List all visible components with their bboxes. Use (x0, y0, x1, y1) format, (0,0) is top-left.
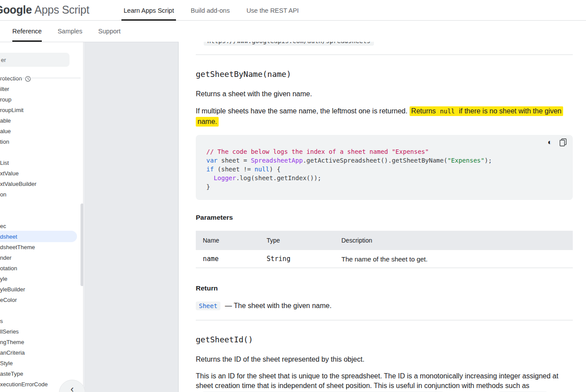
copy-code-icon[interactable] (560, 138, 567, 146)
header-tab-learn-apps-script[interactable]: Learn Apps Script (115, 0, 182, 21)
sidebar-item-label: nder (0, 254, 11, 261)
sidebar-item-label: yle (0, 276, 7, 282)
sidebar-item-yle[interactable]: yle (0, 273, 81, 284)
sidebar-divider (0, 78, 81, 78)
sidebar-item-llseries[interactable]: llSeries (0, 326, 81, 337)
copy-glyph (560, 138, 567, 146)
sidebar-item-label: dsheet (0, 233, 17, 240)
sidebar-item-label: tion (0, 138, 9, 145)
sheet-type-link[interactable]: Sheet (196, 301, 220, 310)
sidebar-item-dsheet[interactable]: dsheet (0, 231, 81, 242)
method2-description: Returns the ID of the sheet represented … (196, 355, 573, 364)
main-content: • https://www.googleapis.com/auth/spread… (179, 42, 586, 392)
table-row: nameStringThe name of the sheet to get. (196, 250, 573, 268)
code-line: } (206, 182, 562, 191)
section-divider (196, 54, 573, 55)
sidebar-item-label: on (0, 191, 6, 198)
code-line: Logger.log(sheet.getIndex()); (206, 174, 562, 182)
sidebar-item-label: Style (0, 360, 13, 367)
logo-brand: Google (0, 4, 32, 16)
oauth-scope-list-item: • https://www.googleapis.com/auth/spread… (196, 42, 573, 46)
sidebar-item-label: asteType (0, 370, 23, 377)
sidebar-item-label: anCriteria (0, 349, 25, 356)
header-tab-build-add-ons[interactable]: Build add-ons (182, 0, 238, 21)
sidebar-item-label: yleBuilder (0, 286, 25, 293)
method-heading-getsheetid: getSheetId() (196, 334, 573, 345)
sidebar-item-clipped (0, 147, 81, 157)
subnav-tab-support[interactable]: Support (98, 21, 121, 42)
header-tab-use-the-rest-api[interactable]: Use the REST API (238, 0, 307, 21)
secondary-nav: ReferenceSamplesSupport (0, 21, 586, 42)
deprecated-clock-icon (25, 76, 31, 82)
code-line: // The code below logs the index of a sh… (206, 147, 562, 156)
code-line: var sheet = SpreadsheetApp.getActiveSpre… (206, 156, 562, 165)
sidebar-item-roup[interactable]: roup (0, 94, 81, 105)
sidebar-item-list[interactable]: List (0, 157, 81, 168)
sidebar-item-label: otation (0, 265, 17, 272)
method-description: Returns a sheet with the given name. (196, 89, 573, 99)
logo-product: Apps Script (34, 4, 89, 16)
sidebar-item-label: alue (0, 128, 11, 134)
sidebar-item-astetype[interactable]: asteType (0, 368, 81, 379)
sidebar-item-xtvalue[interactable]: xtValue (0, 168, 81, 178)
header-tabs: Learn Apps ScriptBuild add-onsUse the RE… (115, 0, 307, 21)
subnav-tab-samples[interactable]: Samples (58, 21, 82, 42)
sidebar-item-ngtheme[interactable]: ngTheme (0, 337, 81, 347)
sidebar-item-label: xtValueBuilder (0, 181, 37, 187)
highlighted-text: Returns (411, 107, 438, 115)
column-header-name: Name (196, 231, 260, 250)
sidebar-item-label: xtValue (0, 170, 18, 177)
sidebar-item-clipped (0, 210, 81, 221)
code-line: if (sheet != null) { (206, 165, 562, 174)
sidebar-item-label: roupLimit (0, 107, 23, 113)
code-lines: // The code below logs the index of a sh… (206, 147, 562, 191)
list-bullet: • (196, 42, 204, 44)
sidebar-item-nder[interactable]: nder (0, 252, 81, 263)
sidebar-item-label: eColor (0, 297, 17, 303)
sidebar-item-able[interactable]: able (0, 115, 81, 126)
sidebar-item-label: xecutionErrorCode (0, 381, 48, 388)
google-apps-script-logo[interactable]: GoogleApps Script (0, 4, 89, 16)
chevron-left-icon: ‹ (70, 384, 73, 392)
sidebar-item-otation[interactable]: otation (0, 263, 81, 273)
sidebar-item-clipped (0, 200, 81, 210)
sidebar-item-on[interactable]: on (0, 189, 81, 200)
sidebar-item-ilter[interactable]: ilter (0, 83, 81, 94)
sidebar-item-dsheettheme[interactable]: dsheetTheme (0, 242, 81, 252)
sidebar-item-xtvaluebuilder[interactable]: xtValueBuilder (0, 178, 81, 189)
sidebar-item-label: able (0, 117, 11, 124)
nav-divider (0, 42, 179, 42)
param-name-cell: name (196, 250, 260, 268)
sidebar-item-label: s (0, 318, 3, 324)
sidebar-scrollbar-thumb[interactable] (81, 203, 84, 286)
return-heading: Return (196, 284, 573, 293)
app-header: GoogleApps Script Learn Apps ScriptBuild… (0, 0, 586, 21)
sidebar-filter-input[interactable]: er (0, 53, 70, 67)
column-header-type: Type (260, 231, 334, 250)
sidebar-item-tion[interactable]: tion (0, 136, 81, 147)
reference-sidebar: er rotectionilterrouproupLimitablealueti… (0, 42, 84, 392)
method-description-2: If multiple sheets have the same name, t… (196, 106, 565, 127)
sidebar-item-label: ec (0, 223, 6, 229)
sidebar-item-style[interactable]: Style (0, 358, 81, 368)
table-header-row: NameTypeDescription (196, 231, 573, 250)
sidebar-item-rotection[interactable]: rotection (0, 73, 81, 83)
sidebar-item-label: llSeries (0, 328, 19, 335)
sidebar-item-label: List (0, 160, 9, 166)
sidebar-item-label: dsheetTheme (0, 244, 35, 250)
column-header-description: Description (334, 231, 573, 250)
sidebar-item-ylebuilder[interactable]: yleBuilder (0, 284, 81, 294)
sidebar-item-ancriteria[interactable]: anCriteria (0, 347, 81, 358)
sidebar-item-ec[interactable]: ec (0, 221, 81, 231)
sidebar-item-alue[interactable]: alue (0, 126, 81, 136)
sidebar-item-s[interactable]: s (0, 316, 81, 326)
subnav-tab-reference[interactable]: Reference (12, 21, 42, 42)
sidebar-item-label: ilter (0, 86, 9, 92)
sidebar-item-label: roup (0, 96, 11, 103)
return-desc-text: — The sheet with the given name. (225, 302, 332, 310)
sidebar-item-ecolor[interactable]: eColor (0, 294, 81, 305)
paragraph-text: If multiple sheets have the same name, t… (196, 107, 410, 115)
sidebar-item-rouplimit[interactable]: roupLimit (0, 105, 81, 115)
sidebar-item-clipped (0, 305, 81, 316)
dark-code-toggle-icon[interactable]: ◐ (548, 138, 552, 146)
